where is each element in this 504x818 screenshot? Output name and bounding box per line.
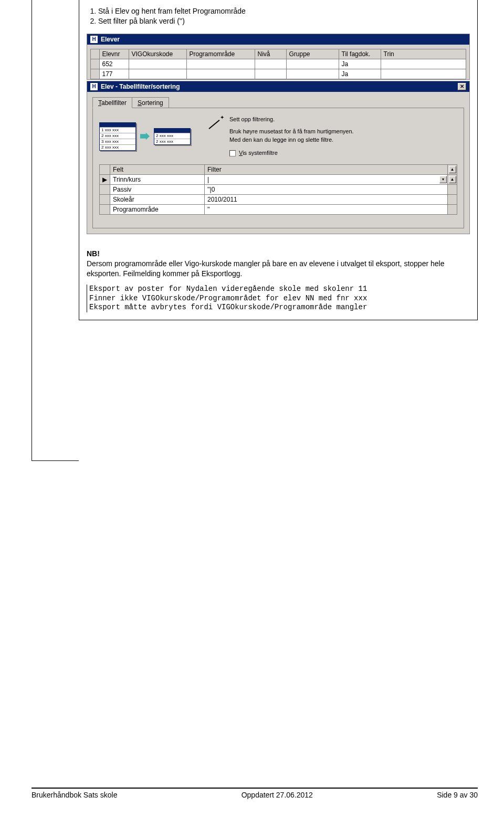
col-programomrade[interactable]: Programområde (186, 49, 255, 59)
cell-tilfagdok: Ja (339, 59, 381, 69)
table-row[interactable]: 652 Ja (91, 59, 466, 69)
table-row[interactable]: ▶ Trinn/kurs |▾ ▲ (100, 175, 457, 185)
close-button[interactable]: ✕ (458, 83, 466, 90)
elever-window: H Elever Elevnr VIGOkurskode Programområ… (87, 34, 470, 80)
wand-icon (206, 116, 224, 131)
cell-elevnr: 652 (99, 59, 129, 69)
instruction-item-1: Stå i Elev og hent fram feltet Programom… (98, 6, 470, 16)
instruction-item-2: Sett filter på blank verdi ('') (98, 16, 470, 26)
tabstrip: Tabellfilter Sortering (92, 97, 464, 108)
footer-center: Oppdatert 27.06.2012 (242, 791, 313, 799)
elever-titlebar: H Elever (87, 34, 469, 45)
filter-illustration: 1 xxx xxx 2 xxx xxx 3 xxx xxx 2 xxx xxx … (99, 116, 191, 158)
tab-sortering[interactable]: Sortering (132, 97, 169, 108)
cell-tilfagdok: Ja (339, 69, 381, 79)
scroll-up-button[interactable]: ▲ (449, 176, 456, 183)
tab-page: 1 xxx xxx 2 xxx xxx 3 xxx xxx 2 xxx xxx … (92, 108, 464, 228)
filter-criteria-grid: Felt Filter ▲ ▶ Trinn/kurs |▾ ▲ Pas (99, 164, 457, 215)
content-cell: Stå i Elev og hent fram feltet Programom… (79, 0, 478, 320)
app-icon: H (90, 36, 98, 43)
footer-left: Brukerhåndbok Sats skole (32, 791, 117, 799)
log-line-3: Eksport måtte avbrytes fordi VIGOkurskod… (89, 303, 470, 312)
col-trinn[interactable]: Trin (381, 49, 466, 59)
log-line-2: Finner ikke VIGOkurskode/Programområdet … (89, 294, 470, 303)
log-line-1: Eksport av poster for Nydalen videregåen… (89, 285, 470, 294)
cell-filter[interactable]: |▾ (205, 175, 448, 185)
elever-grid-header: Elevnr VIGOkurskode Programområde Nivå G… (91, 49, 466, 59)
footer-rule (32, 788, 478, 789)
mini-window-left: 1 xxx xxx 2 xxx xxx 3 xxx xxx 2 xxx xxx (99, 122, 136, 151)
app-icon: H (90, 83, 98, 90)
cell-felt: Trinn/kurs (110, 175, 205, 185)
col-tilfagdok[interactable]: Til fagdok. (339, 49, 381, 59)
cell-filter[interactable]: 2010/2011 (205, 195, 448, 205)
col-elevnr[interactable]: Elevnr (99, 49, 129, 59)
export-log: Eksport av poster for Nydalen videregåen… (87, 285, 470, 312)
row-header (91, 59, 99, 69)
cell-felt: Skoleår (110, 195, 205, 205)
table-row[interactable]: Programområde '' (100, 205, 457, 215)
page-footer: Brukerhåndbok Sats skole Oppdatert 27.06… (32, 788, 478, 799)
filter-grid-header: Felt Filter ▲ (100, 165, 457, 175)
filter-dialog: H Elev - Tabellfilter/sortering ✕ Tabell… (87, 81, 470, 234)
col-niva[interactable]: Nivå (255, 49, 286, 59)
cell-felt: Passiv (110, 185, 205, 195)
instruction-list: Stå i Elev og hent fram feltet Programom… (87, 6, 470, 26)
nb-note: NB! Dersom programområde eller Vigo-kurs… (87, 249, 470, 279)
table-row[interactable]: 177 Ja (91, 69, 466, 79)
filter-titlebar: H Elev - Tabellfilter/sortering ✕ (87, 81, 469, 92)
cell-felt: Programområde (110, 205, 205, 215)
col-gruppe[interactable]: Gruppe (286, 49, 339, 59)
checkbox-vis-systemfiltre[interactable] (229, 150, 236, 156)
cell-filter[interactable]: ''|0 (205, 185, 448, 195)
info-line1: Sett opp filtrering. (229, 116, 354, 123)
cell-filter[interactable]: '' (205, 205, 448, 215)
col-vigokurskode[interactable]: VIGOkurskode (129, 49, 186, 59)
col-filter[interactable]: Filter (205, 165, 448, 175)
info-line3: Med den kan du legge inn og slette filtr… (229, 136, 354, 144)
info-text: Sett opp filtrering. Bruk høyre musetast… (206, 116, 354, 158)
checkbox-label: Vis systemfiltre (239, 149, 278, 157)
nb-label: NB! (87, 249, 100, 258)
row-header-corner (91, 49, 99, 59)
dropdown-button[interactable]: ▾ (439, 176, 447, 183)
arrow-icon (140, 133, 150, 140)
row-header (91, 69, 99, 79)
info-line2: Bruk høyre musetast for å få fram hurtig… (229, 128, 354, 135)
nb-text: Dersom programområde eller Vigo-kurskode… (87, 259, 444, 278)
cell-elevnr: 177 (99, 69, 129, 79)
scroll-up-button[interactable]: ▲ (449, 166, 456, 173)
tab-tabellfilter[interactable]: Tabellfilter (92, 97, 132, 108)
row-marker: ▶ (100, 175, 110, 185)
table-row[interactable]: Skoleår 2010/2011 (100, 195, 457, 205)
elever-title: Elever (101, 36, 120, 43)
left-cell-border (32, 0, 79, 461)
elever-grid: Elevnr VIGOkurskode Programområde Nivå G… (90, 49, 466, 79)
footer-right: Side 9 av 30 (437, 791, 478, 799)
col-felt[interactable]: Felt (110, 165, 205, 175)
table-row[interactable]: Passiv ''|0 (100, 185, 457, 195)
mini-window-right: 2 xxx xxx 2 xxx xxx (154, 128, 191, 145)
filter-dialog-title: Elev - Tabellfilter/sortering (101, 83, 180, 90)
